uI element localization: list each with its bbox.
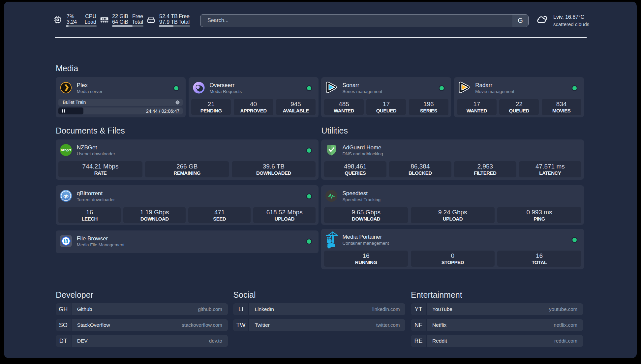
svg-text:qb: qb [63, 194, 69, 198]
svg-text:nzbget: nzbget [61, 148, 71, 152]
